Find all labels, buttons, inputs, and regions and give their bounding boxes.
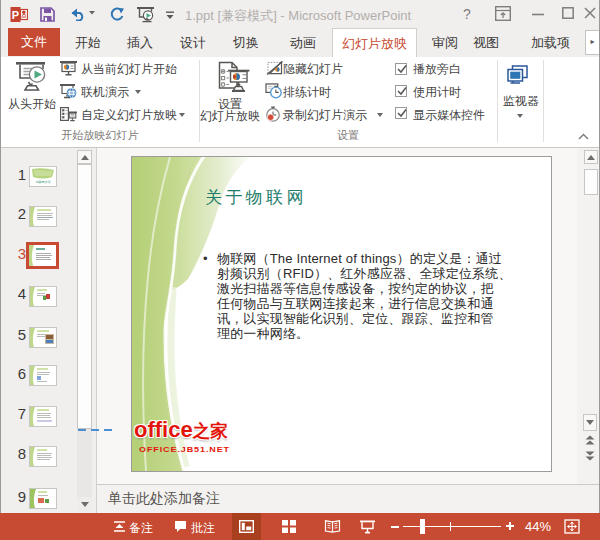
svg-text:物联网介绍: 物联网介绍 [36, 180, 51, 184]
svg-text:P: P [12, 9, 19, 21]
